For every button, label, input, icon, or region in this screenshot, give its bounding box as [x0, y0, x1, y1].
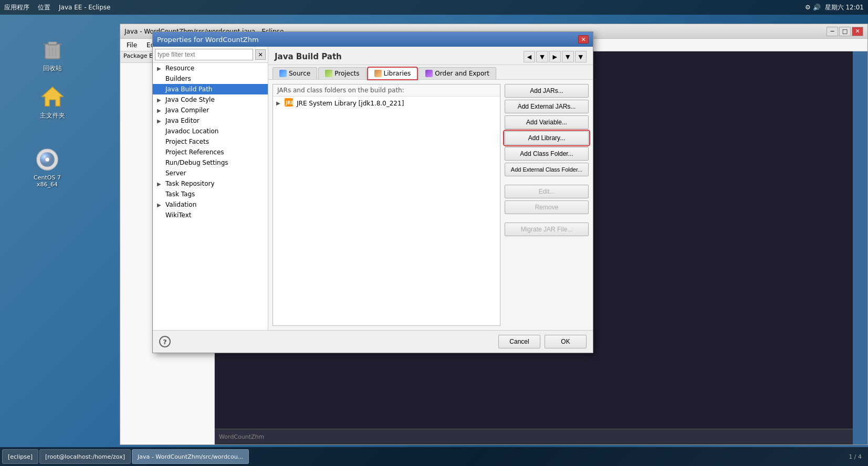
filter-clear-button[interactable]: ✕ [255, 49, 266, 60]
tree-item-task-tags[interactable]: ▶ Task Tags [153, 189, 268, 199]
app-title: Java EE - Eclipse [59, 4, 110, 11]
svg-marker-6 [42, 87, 63, 106]
tab-order-export[interactable]: Order and Export [419, 67, 496, 79]
add-class-folder-button[interactable]: Add Class Folder... [505, 147, 589, 161]
tree-item-resource-label: Resource [165, 65, 194, 72]
tree-item-task-tags-label: Task Tags [165, 190, 195, 198]
jars-description: JARs and class folders on the build path… [273, 84, 500, 97]
nav-menu-button[interactable]: ▼ [575, 51, 587, 62]
close-btn[interactable]: ✕ [852, 27, 863, 36]
add-jars-button[interactable]: Add JARs... [505, 84, 589, 98]
tabs-bar: Source Projects Libraries Order and Expo… [268, 65, 593, 80]
tree-item-builders-label: Builders [165, 75, 191, 82]
taskbar-btn-eclipse[interactable]: [eclipse] [2, 449, 38, 464]
tree-item-java-code-style-label: Java Code Style [165, 96, 215, 103]
taskbar-terminal-label: [root@localhost:/home/zox] [45, 453, 125, 460]
nav-forward-dropdown[interactable]: ▼ [562, 51, 573, 62]
nav-back-dropdown[interactable]: ▼ [536, 51, 548, 62]
expand-arrow-java-editor: ▶ [157, 118, 163, 124]
tab-libraries[interactable]: Libraries [368, 67, 418, 80]
apps-menu[interactable]: 应用程序 [4, 3, 29, 12]
tree-item-resource[interactable]: ▶ Resource [153, 63, 268, 73]
tree-item-javadoc-location-label: Javadoc Location [165, 128, 218, 135]
svg-point-9 [45, 157, 49, 162]
tree-item-java-build-path[interactable]: ▶ Java Build Path [153, 84, 268, 94]
tree-item-validation[interactable]: ▶ Validation [153, 199, 268, 210]
dialog-close-button[interactable]: ✕ [578, 35, 589, 44]
tree-item-java-code-style[interactable]: ▶ Java Code Style [153, 94, 268, 105]
taskbar-btn-java-src[interactable]: Java - WordCountZhm/src/wordcou... [132, 449, 249, 464]
cd-visual [35, 147, 60, 172]
bottom-taskbar: [eclipse] [root@localhost:/home/zox] Jav… [0, 447, 868, 466]
add-external-jars-button[interactable]: Add External JARs... [505, 100, 589, 113]
source-tab-icon [279, 70, 287, 77]
tree-item-project-references[interactable]: ▶ Project References [153, 147, 268, 157]
jre-system-library-item[interactable]: ▶ JRE JRE System Library [jdk1.8.0_221] [273, 97, 500, 110]
filter-bar: ✕ [153, 47, 268, 63]
svg-rect-1 [48, 42, 57, 45]
trash-icon-desktop[interactable]: 回收站 [32, 37, 74, 73]
tree-item-run-debug-label: Run/Debug Settings [165, 159, 228, 166]
home-icon-desktop[interactable]: 主文件夹 [32, 84, 74, 120]
taskbar-btn-terminal[interactable]: [root@localhost:/home/zox] [39, 449, 131, 464]
tab-projects-label: Projects [334, 70, 359, 77]
location-menu[interactable]: 位置 [38, 3, 50, 12]
projects-tab-icon [325, 70, 332, 77]
dialog-footer: ? Cancel OK [153, 330, 593, 353]
migrate-jar-button[interactable]: Migrate JAR File... [505, 223, 589, 236]
jre-library-label: JRE System Library [jdk1.8.0_221] [297, 100, 404, 107]
edit-button[interactable]: Edit... [505, 185, 589, 198]
libraries-tab-icon [374, 70, 382, 77]
tree-item-project-facets-label: Project Facets [165, 138, 209, 145]
tree-item-project-facets[interactable]: ▶ Project Facets [153, 136, 268, 147]
cancel-button[interactable]: Cancel [498, 335, 540, 348]
tree-item-run-debug-settings[interactable]: ▶ Run/Debug Settings [153, 157, 268, 168]
status-project: WordCountZhm [219, 433, 264, 440]
tree-item-builders[interactable]: ▶ Builders [153, 73, 268, 84]
tree-item-wikitext-label: WikiText [165, 211, 192, 219]
tab-source-label: Source [289, 70, 310, 77]
tab-projects[interactable]: Projects [318, 67, 366, 79]
svg-text:JRE: JRE [285, 100, 293, 105]
maximize-btn[interactable]: □ [839, 27, 851, 36]
tree-item-java-editor[interactable]: ▶ Java Editor [153, 115, 268, 126]
buttons-panel: Add JARs... Add External JARs... Add Var… [505, 84, 589, 326]
dialog-titlebar: Properties for WordCountZhm ✕ [153, 32, 593, 47]
add-variable-button[interactable]: Add Variable... [505, 115, 589, 129]
content-area: JARs and class folders on the build path… [268, 80, 593, 330]
panel-title: Java Build Path [275, 52, 342, 61]
add-external-class-folder-button[interactable]: Add External Class Folder... [505, 163, 589, 176]
tree-item-project-references-label: Project References [165, 149, 224, 156]
nav-forward-button[interactable]: ▶ [549, 51, 561, 62]
add-library-button[interactable]: Add Library... [505, 131, 589, 145]
tree-item-wikitext[interactable]: ▶ WikiText [153, 210, 268, 220]
clock: 星期六 12:01 [825, 3, 864, 12]
eclipse-status: WordCountZhm [215, 429, 853, 444]
eclipse-right-strip [853, 51, 867, 444]
cd-icon-desktop[interactable]: CentOS 7 x86_64 [26, 147, 68, 188]
tree-item-java-build-path-label: Java Build Path [165, 86, 212, 93]
dialog-body: ✕ ▶ Resource ▶ Builders ▶ Java Build [153, 47, 593, 330]
tree-item-server[interactable]: ▶ Server [153, 168, 268, 178]
export-tab-icon [425, 70, 433, 77]
home-label: 主文件夹 [40, 111, 65, 120]
filter-input[interactable] [155, 49, 253, 60]
top-taskbar: 应用程序 位置 Java EE - Eclipse ⚙ 🔊 星期六 12:01 [0, 0, 868, 15]
tab-source[interactable]: Source [273, 67, 317, 79]
ok-button[interactable]: OK [545, 335, 587, 348]
remove-button[interactable]: Remove [505, 200, 589, 214]
nav-back-button[interactable]: ◀ [524, 51, 535, 62]
nav-arrows: ◀ ▼ ▶ ▼ ▼ [524, 51, 587, 62]
expand-arrow-validation: ▶ [157, 202, 163, 208]
left-panel: ✕ ▶ Resource ▶ Builders ▶ Java Build [153, 47, 268, 330]
tree-item-task-repository[interactable]: ▶ Task Repository [153, 178, 268, 189]
dialog-title: Properties for WordCountZhm [157, 36, 259, 44]
tree-item-java-compiler[interactable]: ▶ Java Compiler [153, 105, 268, 115]
tree-item-javadoc-location[interactable]: ▶ Javadoc Location [153, 126, 268, 136]
home-visual [40, 84, 65, 109]
minimize-btn[interactable]: ─ [827, 27, 838, 36]
help-button[interactable]: ? [159, 336, 171, 347]
menu-file[interactable]: File [122, 40, 141, 50]
tree-item-server-label: Server [165, 170, 186, 177]
tree-item-java-editor-label: Java Editor [165, 117, 200, 124]
